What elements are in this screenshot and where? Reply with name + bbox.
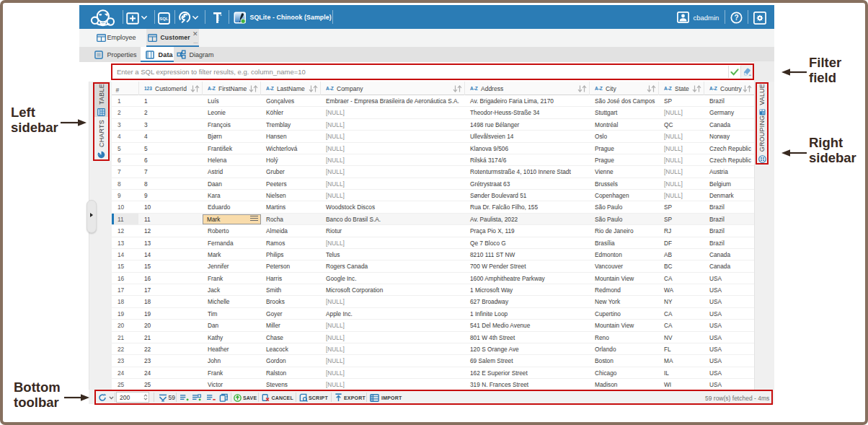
svg-text:?: ? [734,14,738,22]
svg-text:SQL: SQL [159,17,169,21]
